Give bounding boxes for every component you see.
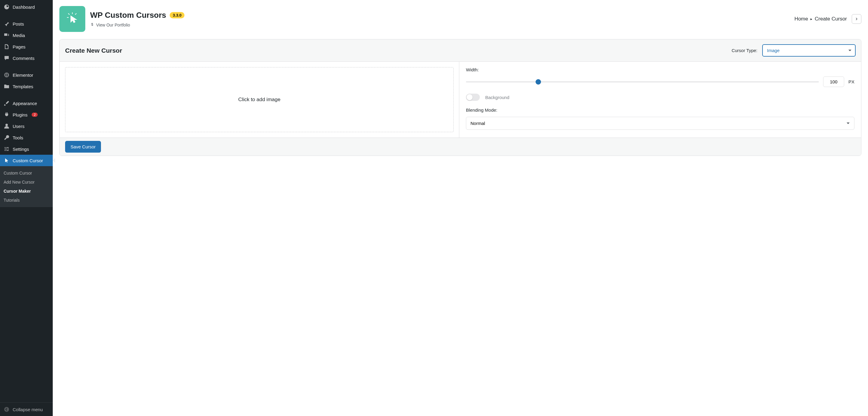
blend-label: Blending Mode: [466, 107, 855, 112]
menu-pages[interactable]: Pages [0, 41, 53, 53]
image-panel: Click to add image [60, 62, 459, 138]
media-icon [4, 32, 10, 38]
next-button[interactable] [852, 14, 861, 24]
menu-label: Appearance [13, 101, 37, 106]
background-toggle[interactable] [466, 94, 480, 101]
card-footer: Save Cursor [60, 138, 861, 155]
menu-label: Users [13, 124, 24, 129]
elementor-icon [4, 72, 10, 78]
menu-label: Templates [13, 84, 33, 89]
svg-point-5 [5, 124, 8, 126]
plug-icon [4, 112, 10, 118]
portfolio-link[interactable]: View Our Portfolio [90, 22, 184, 27]
page-header: WP Custom Cursors 3.3.0 View Our Portfol… [59, 6, 861, 32]
card-title: Create New Cursor [65, 47, 122, 54]
page-icon [4, 44, 10, 50]
menu-media[interactable]: Media [0, 30, 53, 41]
menu-label: Comments [13, 56, 35, 61]
cursor-type-select[interactable]: Image [762, 44, 856, 57]
width-unit: PX [848, 79, 855, 84]
sliders-icon [4, 146, 10, 152]
menu-appearance[interactable]: Appearance [0, 98, 53, 109]
settings-panel: Width: PX Background Blending Mode: [459, 62, 861, 138]
menu-label: Settings [13, 147, 29, 152]
menu-label: Media [13, 33, 25, 38]
width-label: Width: [466, 67, 855, 72]
menu-comments[interactable]: Comments [0, 53, 53, 64]
svg-point-6 [4, 407, 9, 412]
link-icon [90, 22, 94, 27]
menu-settings[interactable]: Settings [0, 143, 53, 155]
collapse-icon [4, 406, 10, 412]
folder-icon [4, 83, 10, 90]
plugins-badge: 2 [32, 112, 38, 117]
submenu-tutorials[interactable]: Tutorials [0, 196, 53, 205]
width-input[interactable] [823, 76, 844, 87]
version-badge: 3.3.0 [170, 12, 184, 19]
portfolio-label: View Our Portfolio [96, 23, 130, 27]
brush-icon [4, 100, 10, 106]
image-dropzone[interactable]: Click to add image [65, 67, 454, 132]
cursor-icon [4, 158, 10, 164]
menu-label: Dashboard [13, 4, 35, 10]
menu-elementor[interactable]: Elementor [0, 69, 53, 81]
menu-label: Pages [13, 44, 26, 49]
blend-select[interactable]: Normal [466, 117, 855, 130]
svg-rect-4 [7, 75, 8, 76]
pin-icon [4, 21, 10, 27]
menu-label: Plugins [13, 112, 27, 117]
svg-rect-2 [7, 74, 8, 74]
admin-sidebar: Dashboard Posts Media Pages Comments Ele… [0, 0, 53, 416]
menu-users[interactable]: Users [0, 120, 53, 132]
main-content: WP Custom Cursors 3.3.0 View Our Portfol… [53, 0, 868, 416]
svg-rect-3 [7, 75, 8, 75]
toggle-knob [467, 94, 472, 100]
breadcrumb: Home ▸ Create Cursor [795, 14, 861, 24]
plugin-logo [59, 6, 85, 32]
menu-custom-cursor[interactable]: Custom Cursor [0, 155, 53, 166]
menu-posts[interactable]: Posts [0, 18, 53, 30]
background-label: Background [485, 95, 509, 100]
comment-icon [4, 55, 10, 61]
page-title: WP Custom Cursors [90, 10, 166, 20]
collapse-label: Collapse menu [13, 407, 43, 412]
chevron-right-icon: ▸ [810, 17, 812, 21]
menu-label: Elementor [13, 73, 33, 78]
menu-dashboard[interactable]: Dashboard [0, 1, 53, 13]
submenu-cursor-maker[interactable]: Cursor Maker [0, 187, 53, 196]
svg-rect-1 [5, 74, 6, 76]
breadcrumb-current: Create Cursor [815, 16, 847, 22]
wrench-icon [4, 135, 10, 141]
width-slider[interactable] [466, 81, 819, 82]
collapse-menu[interactable]: Collapse menu [0, 403, 53, 416]
image-placeholder-text: Click to add image [239, 97, 281, 103]
menu-label: Tools [13, 135, 23, 140]
menu-plugins[interactable]: Plugins 2 [0, 109, 53, 120]
menu-tools[interactable]: Tools [0, 132, 53, 143]
dashboard-icon [4, 4, 10, 10]
save-button[interactable]: Save Cursor [65, 141, 101, 152]
breadcrumb-home[interactable]: Home [795, 16, 808, 22]
card-header: Create New Cursor Cursor Type: Image [60, 39, 861, 62]
submenu-add-new[interactable]: Add New Cursor [0, 178, 53, 187]
submenu: Custom Cursor Add New Cursor Cursor Make… [0, 166, 53, 207]
menu-label: Posts [13, 21, 24, 27]
cursor-card: Create New Cursor Cursor Type: Image Cli… [59, 39, 861, 156]
cursor-type-label: Cursor Type: [732, 48, 757, 53]
submenu-custom-cursor[interactable]: Custom Cursor [0, 169, 53, 178]
menu-templates[interactable]: Templates [0, 81, 53, 92]
menu-label: Custom Cursor [13, 158, 43, 163]
user-icon [4, 123, 10, 129]
